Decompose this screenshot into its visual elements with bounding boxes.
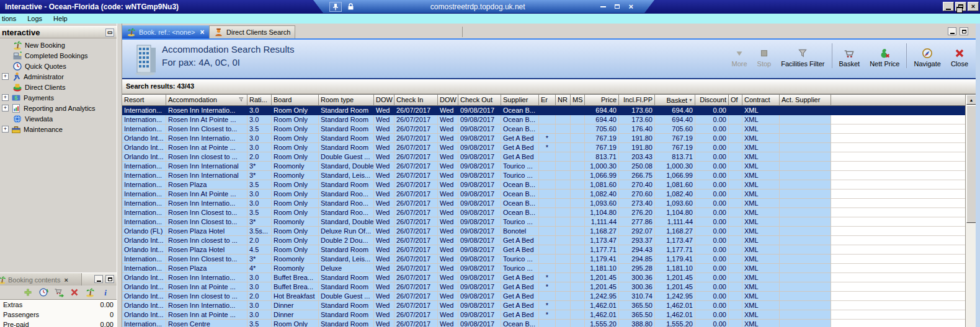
result-row[interactable]: Orlando Int...Rosen Inn closest to ...2.… bbox=[122, 292, 965, 301]
scroll-up-button[interactable]: ▲ bbox=[966, 95, 976, 105]
menu-item-help[interactable]: Help bbox=[48, 14, 73, 24]
cell-resort: Internation... bbox=[122, 115, 166, 124]
tab-close-icon[interactable]: × bbox=[200, 28, 205, 37]
pin-icon[interactable] bbox=[329, 2, 342, 12]
sidebar-collapse-button[interactable]: ▭ bbox=[105, 28, 114, 37]
cart-arrow-icon[interactable] bbox=[54, 287, 64, 297]
quote-clock-icon[interactable] bbox=[38, 287, 48, 297]
column-header-basket[interactable]: Basket▼ bbox=[655, 95, 695, 106]
booking-contents-close-icon[interactable]: × bbox=[64, 276, 68, 284]
column-header-room-type[interactable]: Room type bbox=[319, 95, 374, 106]
result-row[interactable]: Orlando Int...Rosen Inn at Pointe ...3.0… bbox=[122, 282, 965, 292]
column-header-ms[interactable]: MS bbox=[571, 95, 585, 106]
column-header-board[interactable]: Board bbox=[272, 95, 319, 106]
column-header-act-supplier[interactable]: Act. Supplier bbox=[780, 95, 831, 106]
column-header-check-in[interactable]: Check In bbox=[394, 95, 438, 106]
column-header-price[interactable]: Price bbox=[585, 95, 619, 106]
cell-of bbox=[729, 217, 742, 227]
tab-book-ref-none-[interactable]: Book. ref.: <none>× bbox=[122, 25, 209, 38]
more-button[interactable]: More bbox=[727, 46, 752, 69]
window-minimize-button[interactable] bbox=[943, 2, 954, 11]
result-row[interactable]: Orlando Int...Rosen Plaza Hotel4.5Room O… bbox=[122, 245, 965, 255]
info-icon[interactable]: i bbox=[100, 287, 110, 297]
result-row[interactable]: Orlando Int...Rosen Inn at Pointe ...3.0… bbox=[122, 143, 965, 152]
sidebar-item-maintenance[interactable]: +Maintenance bbox=[0, 124, 117, 134]
column-header-resort[interactable]: Resort bbox=[122, 95, 166, 106]
sidebar-item-viewdata[interactable]: Viewdata bbox=[0, 113, 117, 124]
result-row[interactable]: Internation...Rosen Inn Closest to...3*R… bbox=[122, 255, 965, 264]
result-row[interactable]: Internation...Rosen Inn Closest to...3.5… bbox=[122, 124, 965, 134]
column-header-incl-fl-pp[interactable]: Incl.Fl.PP bbox=[619, 95, 655, 106]
navigate-button[interactable]: Navigate bbox=[909, 46, 945, 69]
rdp-restore-button[interactable] bbox=[615, 4, 620, 9]
result-row[interactable]: Internation...Rosen Inn At Pointe ...3.0… bbox=[122, 115, 965, 124]
add-icon[interactable] bbox=[23, 287, 33, 297]
vertical-scrollbar[interactable]: ▲ bbox=[965, 95, 976, 327]
column-header-dow-in[interactable]: DOW bbox=[374, 95, 394, 106]
result-row[interactable]: Orlando Int...Rosen Inn Internatio...3.0… bbox=[122, 301, 965, 310]
result-row[interactable]: Internation...Rosen Inn International3*R… bbox=[122, 162, 965, 171]
column-header-discount[interactable]: Discount bbox=[695, 95, 729, 106]
panel-minimize-button[interactable] bbox=[948, 27, 956, 35]
sidebar-item-reporting-and-analytics[interactable]: +Reporting and Analytics bbox=[0, 103, 117, 113]
result-row[interactable]: Orlando Int...Rosen Inn Internatio...3.0… bbox=[122, 273, 965, 282]
sidebar-item-payments[interactable]: +$Payments bbox=[0, 92, 117, 103]
column-header-nr[interactable]: NR bbox=[556, 95, 571, 106]
result-row[interactable]: Internation...Rosen Inn International3*R… bbox=[122, 171, 965, 180]
booking-row-label: Extras bbox=[3, 301, 22, 308]
expand-icon[interactable]: + bbox=[2, 73, 9, 80]
menu-item-tions[interactable]: tions bbox=[0, 14, 22, 24]
rdp-close-button[interactable]: × bbox=[628, 2, 633, 11]
palm-tree-icon[interactable] bbox=[85, 287, 95, 297]
facilities-filter-button[interactable]: Facilities Filter bbox=[776, 46, 829, 69]
sidebar-item-administrator[interactable]: +Administrator bbox=[0, 71, 117, 82]
close-button[interactable]: Close bbox=[946, 46, 973, 69]
booking-maximize-button[interactable] bbox=[105, 275, 114, 283]
column-header-of[interactable]: Of bbox=[729, 95, 742, 106]
rdp-minimize-button[interactable] bbox=[600, 6, 606, 7]
scrollbar-thumb[interactable] bbox=[966, 105, 976, 223]
expand-icon[interactable]: + bbox=[2, 105, 9, 111]
expand-icon[interactable]: + bbox=[2, 126, 9, 133]
booking-minimize-button[interactable] bbox=[94, 275, 103, 283]
result-row[interactable]: Orlando (FL)Rosen Plaza Hotel3.5s...Room… bbox=[122, 227, 965, 236]
result-row[interactable]: Internation...Rosen Plaza4*RoomonlyDelux… bbox=[122, 264, 965, 273]
tab-direct-clients-search[interactable]: Direct Clients Search bbox=[209, 25, 295, 38]
window-restore-button[interactable] bbox=[955, 2, 966, 11]
column-header-rating[interactable]: Rati... bbox=[247, 95, 272, 106]
result-row[interactable]: Orlando Int...Rosen Inn Internatio...3.0… bbox=[122, 134, 965, 143]
result-row[interactable]: Orlando Int...Rosen Inn at Pointe ...3.0… bbox=[122, 310, 965, 320]
stop-button[interactable]: Stop bbox=[752, 46, 777, 69]
cell-room-type: Standard Room bbox=[319, 273, 374, 282]
filter-funnel-icon[interactable] bbox=[239, 97, 246, 106]
sidebar-item-quick-quotes[interactable]: Quick Quotes bbox=[0, 61, 117, 71]
result-row[interactable]: Internation...Rosen Inn Closest to...3*R… bbox=[122, 217, 965, 227]
sidebar-item-direct-clients[interactable]: Direct Clients bbox=[0, 82, 117, 92]
basket-button[interactable]: Basket bbox=[834, 46, 865, 69]
expand-icon[interactable]: + bbox=[2, 94, 9, 101]
result-row[interactable]: Internation...Rosen Centre3.5Room OnlySt… bbox=[122, 320, 965, 327]
nett-price-button[interactable]: Nett Price bbox=[865, 46, 904, 69]
column-header-er[interactable]: Er bbox=[539, 95, 556, 106]
window-close-button[interactable]: × bbox=[968, 2, 979, 11]
column-header-supplier[interactable]: Supplier bbox=[501, 95, 539, 106]
column-header-check-out[interactable]: Check Out bbox=[458, 95, 501, 106]
column-header-contract[interactable]: Contract bbox=[742, 95, 780, 106]
panel-maximize-button[interactable] bbox=[960, 27, 968, 35]
result-row[interactable]: Internation...Rosen Inn At Pointe ...3.0… bbox=[122, 190, 965, 199]
result-row[interactable]: Internation...Rosen Inn Internatio...3.0… bbox=[122, 106, 965, 115]
menu-item-logs[interactable]: Logs bbox=[22, 14, 48, 24]
booking-contents-tab[interactable]: Booking contents × bbox=[0, 273, 82, 286]
result-row[interactable]: Internation...Rosen Inn Internatio...3.0… bbox=[122, 199, 965, 208]
sidebar-splitter[interactable] bbox=[117, 24, 122, 327]
result-row[interactable]: Internation...Rosen Plaza3.5Room OnlySta… bbox=[122, 180, 965, 190]
result-row[interactable]: Orlando Int...Rosen Inn closest to ...2.… bbox=[122, 152, 965, 162]
sidebar-item-completed-bookings[interactable]: Completed Bookings bbox=[0, 50, 117, 61]
cell-rating: 3.0 bbox=[247, 273, 272, 282]
result-row[interactable]: Internation...Rosen Inn Closest to...3.5… bbox=[122, 208, 965, 217]
delete-icon[interactable] bbox=[69, 287, 79, 297]
column-header-dow-out[interactable]: DOW bbox=[438, 95, 458, 106]
column-header-accommodation[interactable]: Accommodation bbox=[166, 95, 247, 106]
result-row[interactable]: Orlando Int...Rosen Inn closest to ...2.… bbox=[122, 236, 965, 245]
sidebar-item-new-booking[interactable]: New Booking bbox=[0, 40, 117, 50]
